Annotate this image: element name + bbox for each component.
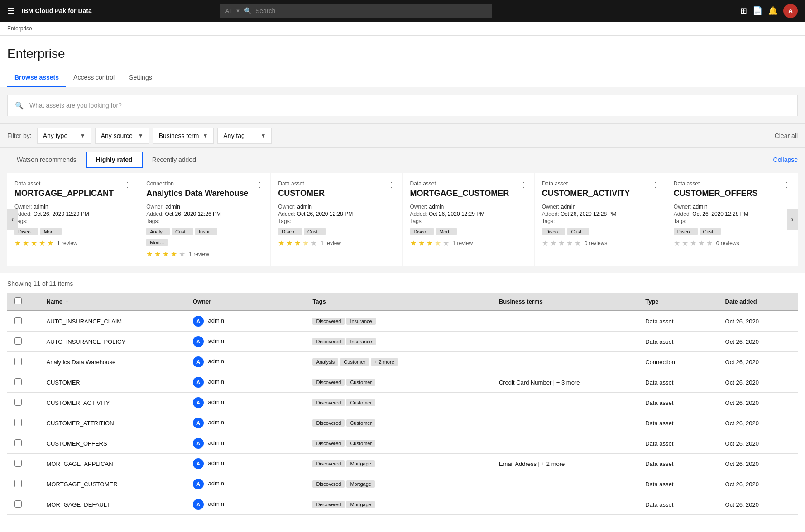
row-name-6: CUSTOMER_OFFERS — [39, 433, 186, 454]
row-tags-7: DiscoveredMortgage — [305, 454, 492, 474]
tab-settings[interactable]: Settings — [122, 68, 159, 87]
row-date-4: Oct 26, 2020 — [718, 393, 798, 413]
row-tag-1-0: Discovered — [312, 338, 345, 345]
card-2-tags-label: Tags: — [278, 218, 395, 224]
row-owner-0: A admin — [186, 311, 306, 332]
asset-search-input[interactable] — [29, 102, 790, 109]
document-icon[interactable]: 📄 — [752, 6, 762, 16]
table-row: AUTO_INSURANCE_POLICY A admin Discovered… — [7, 332, 798, 352]
card-4-owner: Owner: admin — [542, 204, 659, 210]
card-2-name: CUSTOMER — [278, 189, 395, 198]
row-select-3[interactable] — [14, 378, 22, 385]
card-1: Connection ⋮ Analytics Data Warehouse Ow… — [139, 173, 270, 266]
card-1-menu[interactable]: ⋮ — [256, 180, 263, 189]
row-select-8[interactable] — [14, 480, 22, 487]
table-row: CUSTOMER A admin DiscoveredCustomer Cred… — [7, 372, 798, 393]
menu-icon[interactable]: ☰ — [7, 6, 14, 16]
card-3-type: Data asset — [410, 180, 527, 187]
row-business-5 — [492, 413, 638, 433]
header-type: Type — [638, 293, 718, 311]
card-3-star-1: ★ — [410, 239, 417, 247]
card-nav-left-button[interactable]: ‹ — [7, 209, 18, 230]
card-4-star-4: ★ — [566, 239, 573, 247]
card-3-added: Added: Oct 26, 2020 12:29 PM — [410, 211, 527, 217]
row-select-4[interactable] — [14, 399, 22, 406]
filter-term-select[interactable]: Business term ▼ — [153, 128, 214, 144]
card-0-menu[interactable]: ⋮ — [124, 180, 131, 189]
row-business-1 — [492, 332, 638, 352]
row-name-1: AUTO_INSURANCE_POLICY — [39, 332, 186, 352]
row-tag-4-0: Discovered — [312, 399, 345, 406]
card-0-owner: Owner: admin — [14, 204, 131, 210]
select-all-checkbox[interactable] — [14, 297, 22, 304]
row-checkbox-6 — [7, 433, 39, 454]
card-2-tags: Disco... Cust... — [278, 228, 395, 235]
row-select-1[interactable] — [14, 337, 22, 345]
owner-name-0: admin — [208, 317, 224, 324]
global-search-input[interactable] — [255, 7, 486, 14]
card-tab-recently-added[interactable]: Recently added — [143, 152, 206, 167]
row-date-9: Oct 26, 2020 — [718, 494, 798, 515]
breadcrumb: Enterprise — [0, 22, 805, 36]
grid-icon[interactable]: ⊞ — [740, 6, 747, 16]
filter-tag-select[interactable]: Any tag ▼ — [217, 128, 272, 144]
filter-type-select[interactable]: Any type ▼ — [37, 128, 91, 144]
row-tag-6-0: Discovered — [312, 440, 345, 447]
card-4-menu[interactable]: ⋮ — [652, 180, 659, 189]
row-type-0: Data asset — [638, 311, 718, 332]
card-5-star-1: ★ — [674, 239, 680, 247]
topnav-icons: ⊞ 📄 🔔 A — [740, 4, 798, 18]
card-tab-watson[interactable]: Watson recommends — [7, 152, 86, 167]
row-date-2: Oct 26, 2020 — [718, 352, 798, 372]
row-select-9[interactable] — [14, 500, 22, 508]
header-name[interactable]: Name ↑ — [39, 293, 186, 311]
search-section: 🔍 — [0, 87, 805, 124]
card-tabs: Watson recommends Highly rated Recently … — [7, 148, 798, 168]
card-3-stars: ★ ★ ★ ★ ★ 1 review — [410, 239, 527, 247]
card-3-tag-1: Mort... — [436, 228, 457, 235]
card-3-owner: Owner: admin — [410, 204, 527, 210]
search-scope-arrow[interactable]: ▼ — [235, 8, 240, 14]
row-checkbox-2 — [7, 352, 39, 372]
row-owner-5: A admin — [186, 413, 306, 433]
card-0-name: MORTGAGE_APPLICANT — [14, 189, 131, 198]
card-1-tag-2: Insur... — [195, 228, 217, 235]
card-4: Data asset ⋮ CUSTOMER_ACTIVITY Owner: ad… — [535, 173, 666, 266]
row-select-6[interactable] — [14, 439, 22, 446]
card-0: Data asset ⋮ MORTGAGE_APPLICANT Owner: a… — [7, 173, 139, 266]
row-owner-7: A admin — [186, 454, 306, 474]
card-tab-highly-rated[interactable]: Highly rated — [86, 152, 143, 168]
avatar[interactable]: A — [783, 4, 798, 18]
card-3-reviews: 1 review — [453, 240, 473, 247]
card-5-menu[interactable]: ⋮ — [783, 180, 791, 189]
row-tag-3-1: Customer — [346, 379, 375, 386]
card-3-menu[interactable]: ⋮ — [520, 180, 527, 189]
row-type-4: Data asset — [638, 393, 718, 413]
table-row: CUSTOMER_ACTIVITY A admin DiscoveredCust… — [7, 393, 798, 413]
card-1-owner: Owner: admin — [146, 204, 263, 210]
row-name-2: Analytics Data Warehouse — [39, 352, 186, 372]
table-row: CUSTOMER_OFFERS A admin DiscoveredCustom… — [7, 433, 798, 454]
row-tags-6: DiscoveredCustomer — [305, 433, 492, 454]
row-select-7[interactable] — [14, 460, 22, 467]
row-name-8: MORTGAGE_CUSTOMER — [39, 474, 186, 494]
card-5-stars: ★ ★ ★ ★ ★ 0 reviews — [674, 239, 791, 247]
star-5: ★ — [47, 239, 53, 247]
card-0-type: Data asset — [14, 180, 131, 187]
tab-browse-assets[interactable]: Browse assets — [7, 68, 66, 87]
row-select-5[interactable] — [14, 419, 22, 426]
row-select-2[interactable] — [14, 358, 22, 365]
clear-all-button[interactable]: Clear all — [775, 132, 798, 139]
page-tabs: Browse assets Access control Settings — [0, 68, 805, 87]
row-tag-9-1: Mortgage — [346, 501, 374, 508]
row-checkbox-1 — [7, 332, 39, 352]
notification-icon[interactable]: 🔔 — [768, 6, 778, 16]
row-tags-8: DiscoveredMortgage — [305, 474, 492, 494]
row-select-0[interactable] — [14, 317, 22, 324]
card-1-reviews: 1 review — [189, 251, 209, 257]
filter-source-select[interactable]: Any source ▼ — [95, 128, 149, 144]
card-2-menu[interactable]: ⋮ — [388, 180, 395, 189]
tab-access-control[interactable]: Access control — [66, 68, 122, 87]
collapse-button[interactable]: Collapse — [773, 156, 798, 163]
card-nav-right-button[interactable]: › — [787, 209, 798, 230]
